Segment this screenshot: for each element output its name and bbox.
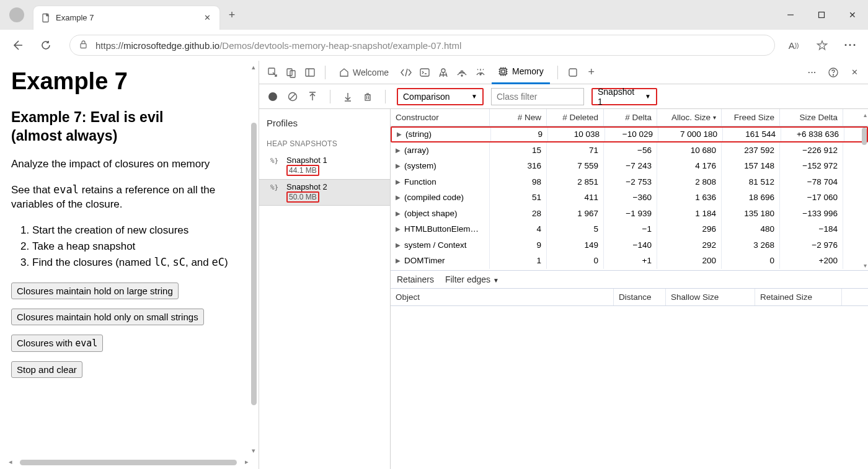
list-item: Find the closures (named lC, sC, and eC) [32, 255, 247, 270]
col-new[interactable]: # New [490, 109, 547, 126]
read-aloud-button[interactable]: A)) [784, 35, 804, 55]
performance-tab-icon[interactable] [473, 65, 488, 80]
col-alloc-size[interactable]: Alloc. Size [657, 109, 722, 126]
closures-eval-button[interactable]: Closures with eval [11, 335, 103, 352]
close-window-button[interactable]: ✕ [837, 0, 868, 30]
export-button[interactable] [306, 90, 319, 103]
extra-tab-icon[interactable] [565, 65, 580, 80]
snapshot-item[interactable]: %} Snapshot 1 44.1 MB [259, 153, 390, 179]
snapshot-name: Snapshot 2 [286, 182, 327, 191]
scroll-down-arrow[interactable]: ▾ [250, 447, 257, 454]
col-deleted[interactable]: # Deleted [547, 109, 604, 126]
baseline-dropdown[interactable]: Snapshot 1▼ [591, 88, 657, 105]
device-icon[interactable] [284, 65, 299, 80]
svg-point-30 [833, 74, 833, 75]
horizontal-scrollbar[interactable] [20, 460, 237, 465]
expand-icon[interactable]: ▶ [396, 147, 401, 154]
scroll-right-arrow[interactable]: ▸ [245, 458, 249, 466]
expand-icon[interactable]: ▶ [396, 194, 401, 201]
page-subheading: Example 7: Eval is evil(almost always) [11, 108, 247, 146]
expand-icon[interactable]: ▶ [396, 226, 401, 232]
favorite-button[interactable] [812, 35, 832, 55]
new-tab-button[interactable]: + [219, 9, 244, 22]
expand-icon[interactable]: ▶ [396, 178, 401, 185]
clear-button[interactable] [286, 90, 299, 103]
col-freed-size[interactable]: Freed Size [722, 109, 780, 126]
help-button[interactable] [826, 65, 841, 80]
console-tab-icon[interactable] [417, 65, 432, 80]
lock-icon [79, 40, 88, 51]
inspect-icon[interactable] [265, 65, 280, 80]
grid-scrollbar[interactable] [862, 128, 867, 270]
class-filter-input[interactable] [491, 88, 584, 105]
scroll-up-arrow[interactable]: ▴ [250, 63, 257, 71]
profile-avatar[interactable] [9, 7, 24, 22]
col-distance[interactable]: Distance [614, 289, 666, 305]
expand-icon[interactable]: ▶ [397, 131, 402, 138]
svg-point-11 [461, 75, 463, 76]
svg-rect-2 [819, 12, 825, 18]
table-row[interactable]: ▶(compiled code)51411−3601 63618 696−17 … [391, 190, 868, 206]
table-row[interactable]: ▶(system)3167 559−7 2434 176157 148−152 … [391, 158, 868, 174]
snapshot-item[interactable]: %} Snapshot 2 50.0 MB [259, 179, 390, 206]
grid-scroll-arrow[interactable]: ▾ [864, 262, 867, 269]
expand-icon[interactable]: ▶ [396, 242, 401, 248]
elements-tab-icon[interactable] [399, 65, 414, 80]
vertical-scrollbar[interactable] [251, 123, 257, 405]
expand-icon[interactable]: ▶ [396, 162, 401, 169]
welcome-tab[interactable]: Welcome [333, 61, 395, 84]
refresh-button[interactable] [36, 35, 56, 55]
view-mode-dropdown[interactable]: Comparison▼ [397, 88, 484, 105]
page-text: See that eval retains a reference on all… [11, 183, 247, 213]
comparison-grid: Constructor # New # Deleted # Delta Allo… [391, 109, 868, 469]
tab-close-button[interactable]: ✕ [202, 13, 212, 23]
network-tab-icon[interactable] [454, 65, 469, 80]
memory-toolbar: Comparison▼ Snapshot 1▼ [259, 84, 868, 109]
col-constructor[interactable]: Constructor [391, 109, 490, 126]
browser-tab[interactable]: Example 7 ✕ [33, 6, 219, 30]
gc-button[interactable] [361, 90, 374, 103]
dock-icon[interactable] [303, 65, 317, 80]
minimize-button[interactable] [775, 0, 806, 30]
closures-small-strings-button[interactable]: Closures maintain hold only on small str… [11, 309, 204, 325]
table-row[interactable]: ▶DOMTimer10+12000+200 [391, 253, 868, 269]
col-shallow-size[interactable]: Shallow Size [666, 289, 755, 305]
maximize-button[interactable] [806, 0, 837, 30]
retainers-label: Retainers [397, 274, 434, 284]
list-item: Take a heap snapshot [32, 239, 247, 254]
col-size-delta[interactable]: Size Delta [780, 109, 843, 126]
filter-edges-dropdown[interactable]: Filter edges ▼ [445, 274, 499, 284]
memory-tab[interactable]: Memory [492, 61, 550, 84]
table-row[interactable]: ▶system / Context9149−1402923 268−2 976 [391, 237, 868, 253]
devtools-close-button[interactable]: ✕ [847, 65, 862, 80]
closures-large-string-button[interactable]: Closures maintain hold on large string [11, 283, 179, 299]
devtools-pane: Welcome Memory + ··· ✕ [259, 61, 868, 469]
record-button[interactable] [267, 90, 279, 103]
list-item: Start the creation of new closures [32, 223, 247, 238]
table-row[interactable]: ▶(object shape)281 967−1 9391 184135 180… [391, 206, 868, 222]
sources-tab-icon[interactable] [436, 65, 451, 80]
table-row[interactable]: ▶(string)910 038−10 0297 000 180161 544+… [391, 126, 868, 142]
instruction-list: Start the creation of new closures Take … [32, 223, 247, 270]
col-delta[interactable]: # Delta [604, 109, 657, 126]
stop-clear-button[interactable]: Stop and clear [11, 361, 82, 378]
devtools-more-button[interactable]: ··· [805, 65, 820, 80]
import-button[interactable] [342, 90, 354, 103]
col-retained-size[interactable]: Retained Size [755, 289, 842, 305]
table-row[interactable]: ▶(array)1571−5610 680237 592−226 912 [391, 142, 868, 159]
more-button[interactable]: ··· [841, 35, 861, 55]
col-object[interactable]: Object [391, 289, 614, 305]
svg-rect-15 [502, 70, 505, 73]
page-text: Analyze the impact of closures on memory [11, 157, 247, 172]
table-row[interactable]: ▶HTMLButtonElem…45−1296480−184 [391, 221, 868, 237]
snapshot-name: Snapshot 1 [286, 156, 327, 165]
expand-icon[interactable]: ▶ [396, 210, 401, 217]
add-tab-button[interactable]: + [584, 65, 599, 80]
profiles-sidebar: Profiles HEAP SNAPSHOTS %} Snapshot 1 44… [259, 109, 391, 469]
table-row[interactable]: ▶Function982 851−2 7532 80881 512−78 704 [391, 174, 868, 190]
address-bar[interactable]: https://microsoftedge.github.io/Demos/de… [69, 35, 775, 56]
scroll-left-arrow[interactable]: ◂ [9, 458, 12, 466]
back-button[interactable] [7, 35, 27, 55]
expand-icon[interactable]: ▶ [396, 257, 401, 264]
page-viewport: ▴ ▾ Example 7 Example 7: Eval is evil(al… [0, 61, 259, 469]
